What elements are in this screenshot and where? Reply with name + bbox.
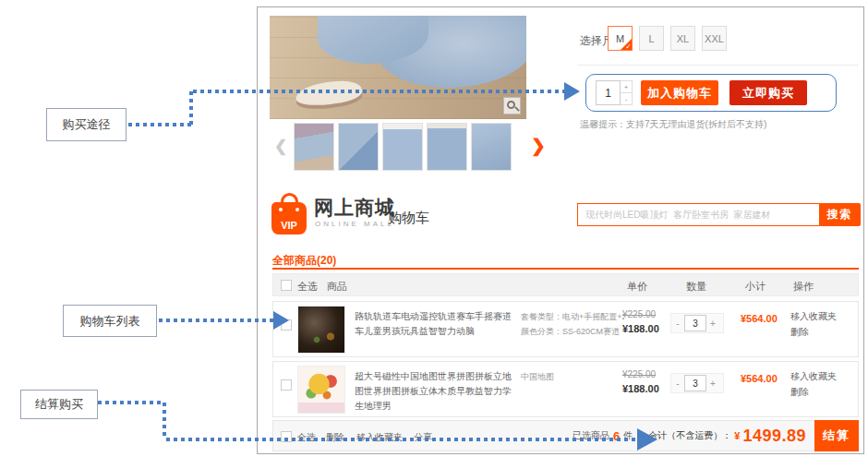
column-select-all: 全选 (297, 280, 318, 294)
size-option-xxl[interactable]: XXL (702, 26, 727, 51)
row-quantity-stepper: - + (670, 313, 724, 333)
arrow-right-icon (564, 82, 580, 101)
product-thumbnail[interactable] (427, 123, 467, 171)
cart-row: 超大号磁性中国地图世界拼图拼板立地图世界拼图拼板立体木质早教益智力学生地理男 中… (272, 361, 859, 417)
dotted-connector (159, 319, 273, 322)
row-quantity-input[interactable] (684, 375, 706, 391)
dotted-connector (189, 91, 193, 126)
arrow-right-icon (273, 311, 289, 330)
product-image-map[interactable] (297, 366, 345, 414)
increase-button[interactable]: + (706, 379, 719, 389)
cart-footer-bar: 全选 删除 移入收藏夹 分享 已选商品 6 件 合计（不含运费）： ¥ 1499… (272, 420, 859, 451)
decrease-button[interactable]: - (671, 379, 684, 389)
row-subtotal: ¥564.00 (741, 313, 778, 324)
row-quantity-input[interactable] (684, 315, 706, 331)
tab-underline (272, 268, 859, 270)
magnifier-icon[interactable] (503, 97, 521, 114)
product-spec: 颜色分类：SS-620CM赛道 (521, 324, 624, 339)
cart-row: 路轨轨道车电动遥控轨道赛车手摇赛道车儿童男孩玩具益智智力动脑 套餐类型：电动+手… (272, 301, 859, 357)
dotted-connector (166, 438, 637, 441)
currency-symbol: ¥ (734, 430, 740, 441)
total-label: 合计（不含运费）： (648, 429, 731, 442)
row-checkbox[interactable] (281, 379, 292, 391)
select-all-checkbox[interactable] (281, 280, 292, 291)
slipper-image-part (295, 78, 363, 109)
size-option-m[interactable]: M ✓ (608, 26, 633, 51)
row-quantity-stepper: - + (670, 373, 724, 393)
column-unit-price: 单价 (627, 280, 647, 294)
unit-price: ¥188.00 (622, 383, 659, 394)
size-option-label: XL (677, 33, 689, 44)
search-button[interactable]: 搜索 (819, 203, 861, 226)
logo-title: 网上商城 (314, 195, 395, 221)
product-thumbnail[interactable] (471, 123, 512, 171)
size-option-label: XXL (705, 33, 724, 44)
column-product: 商品 (327, 280, 347, 294)
dotted-connector (163, 403, 166, 439)
page: ❮ ❯ 选择尺码: M ✓ L XL XXL + - 加入购物车 立即购买 温馨… (0, 0, 868, 457)
dotted-connector (193, 90, 564, 93)
size-option-l[interactable]: L (639, 26, 664, 51)
thumbnail-strip (294, 123, 512, 171)
bag-body: VIP (271, 202, 307, 235)
column-subtotal: 小计 (745, 280, 766, 294)
product-thumbnail[interactable] (382, 123, 423, 171)
tab-all-products[interactable]: 全部商品(20) (272, 253, 336, 269)
dotted-connector (98, 401, 164, 404)
annotation-highlight-box (585, 74, 837, 112)
move-to-favorites-link[interactable]: 移入收藏夹 (790, 310, 837, 323)
table-header: 全选 商品 单价 数量 小计 操作 (272, 273, 859, 296)
magnifier-handle (514, 106, 520, 112)
checkout-button[interactable]: 结算 (814, 420, 859, 451)
decrease-button[interactable]: - (671, 319, 684, 329)
page-title: 购物车 (388, 210, 429, 227)
increase-button[interactable]: + (706, 319, 719, 329)
old-price: ¥225.00 (622, 369, 656, 379)
vip-bag-logo-icon: VIP (271, 193, 308, 235)
row-subtotal: ¥564.00 (741, 373, 778, 384)
product-spec: 中国地图 (521, 369, 624, 384)
column-quantity: 数量 (686, 280, 706, 294)
logo-subtitle: ONLINE MALL (315, 220, 394, 228)
unit-price: ¥188.00 (622, 323, 659, 334)
callout-checkout: 结算购买 (20, 390, 98, 419)
selected-check-icon: ✓ (625, 42, 632, 51)
delete-link[interactable]: 删除 (790, 326, 809, 339)
total-amount: 1499.89 (742, 427, 806, 446)
callout-cart-list: 购物车列表 (63, 305, 157, 337)
move-to-favorites-link[interactable]: 移入收藏夹 (790, 370, 837, 383)
bag-dot (295, 208, 299, 211)
delete-link[interactable]: 删除 (790, 386, 809, 399)
size-selector: M ✓ L XL XXL (608, 26, 727, 51)
callout-purchase-path: 购买途径 (46, 108, 127, 141)
search-input[interactable] (577, 203, 820, 226)
totals-area: 已选商品 6 件 合计（不含运费）： ¥ 1499.89 (573, 421, 806, 451)
size-option-label: L (648, 33, 654, 44)
product-title[interactable]: 路轨轨道车电动遥控轨道赛车手摇赛道车儿童男孩玩具益智智力动脑 (355, 309, 513, 339)
product-thumbnail[interactable] (294, 123, 334, 171)
divider (577, 65, 859, 66)
product-thumbnail[interactable] (338, 123, 379, 171)
logo-vip-text: VIP (271, 220, 307, 231)
old-price: ¥225.00 (622, 309, 656, 319)
size-option-xl[interactable]: XL (670, 26, 695, 51)
chevron-left-icon[interactable]: ❮ (274, 138, 287, 154)
chevron-right-icon[interactable]: ❯ (531, 137, 546, 154)
column-action: 操作 (793, 280, 814, 294)
arrow-right-icon (637, 428, 657, 451)
product-image-racetrack[interactable] (297, 306, 345, 354)
product-title[interactable]: 超大号磁性中国地图世界拼图拼板立地图世界拼图拼板立体木质早教益智力学生地理男 (355, 369, 513, 414)
product-spec: 套餐类型：电动+手摇配置+2车 (521, 309, 624, 324)
return-policy-tip: 温馨提示：支持7天无理由退货(拆封后不支持) (580, 118, 766, 131)
dotted-connector (128, 123, 191, 126)
product-main-image (270, 16, 526, 119)
bag-dot (279, 208, 283, 211)
